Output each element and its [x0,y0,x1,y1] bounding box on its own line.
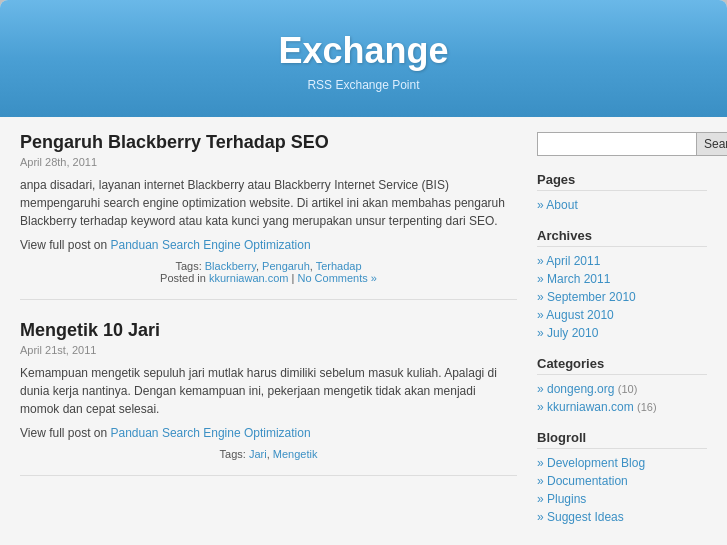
post-title: Pengaruh Blackberry Terhadap SEO [20,132,517,153]
search-input[interactable] [537,132,697,156]
archive-link[interactable]: July 2010 [547,326,598,340]
sidebar-pages-title: Pages [537,172,707,191]
sidebar-blogroll-section: Blogroll Development Blog Documentation … [537,430,707,526]
main-layout: Pengaruh Blackberry Terhadap SEO April 2… [0,117,727,545]
category-link[interactable]: kkurniawan.com [547,400,634,414]
view-full-link: View full post on Panduan Search Engine … [20,426,517,440]
search-box: Search [537,132,707,156]
category-count: (16) [637,401,657,413]
list-item: July 2010 [537,324,707,342]
post-body: Kemampuan mengetik sepuluh jari mutlak h… [20,364,517,418]
archive-link[interactable]: March 2011 [547,272,610,286]
tag-link[interactable]: Blackberry [205,260,256,272]
categories-list: dongeng.org (10) kkurniawan.com (16) [537,380,707,416]
pages-list: About [537,196,707,214]
sidebar-archives-section: Archives April 2011 March 2011 September… [537,228,707,342]
sidebar-blogroll-title: Blogroll [537,430,707,449]
category-count: (10) [618,383,638,395]
archive-link[interactable]: August 2010 [546,308,613,322]
sidebar-categories-title: Categories [537,356,707,375]
sidebar: Search Pages About Archives April 2011 M… [537,132,707,540]
list-item: Suggest Ideas [537,508,707,526]
full-post-link[interactable]: Panduan Search Engine Optimization [111,238,311,252]
list-item: March 2011 [537,270,707,288]
list-item: September 2010 [537,288,707,306]
archive-link[interactable]: April 2011 [546,254,600,268]
post-date: April 21st, 2011 [20,344,517,356]
blogroll-link[interactable]: Documentation [547,474,628,488]
blogroll-link[interactable]: Plugins [547,492,586,506]
blogroll-link[interactable]: Suggest Ideas [547,510,624,524]
list-item: dongeng.org (10) [537,380,707,398]
list-item: About [537,196,707,214]
search-button[interactable]: Search [697,132,727,156]
sidebar-categories-section: Categories dongeng.org (10) kkurniawan.c… [537,356,707,416]
list-item: April 2011 [537,252,707,270]
list-item: kkurniawan.com (16) [537,398,707,416]
list-item: Development Blog [537,454,707,472]
list-item: Documentation [537,472,707,490]
full-post-link[interactable]: Panduan Search Engine Optimization [111,426,311,440]
comments-link[interactable]: No Comments » [297,272,376,284]
tag-link[interactable]: Pengaruh [262,260,310,272]
post-item: Mengetik 10 Jari April 21st, 2011 Kemamp… [20,320,517,476]
blogroll-list: Development Blog Documentation Plugins S… [537,454,707,526]
post-title: Mengetik 10 Jari [20,320,517,341]
tag-link[interactable]: Terhadap [316,260,362,272]
site-subtitle: RSS Exchange Point [20,78,707,92]
site-title: Exchange [20,30,707,72]
post-meta: Tags: Blackberry, Pengaruh, Terhadap Pos… [20,260,517,284]
post-body: anpa disadari, layanan internet Blackber… [20,176,517,230]
pages-link[interactable]: About [546,198,577,212]
content-area: Pengaruh Blackberry Terhadap SEO April 2… [20,132,517,540]
tag-link[interactable]: Jari [249,448,267,460]
post-date: April 28th, 2011 [20,156,517,168]
list-item: August 2010 [537,306,707,324]
sidebar-archives-title: Archives [537,228,707,247]
category-link[interactable]: dongeng.org [547,382,614,396]
view-full-link: View full post on Panduan Search Engine … [20,238,517,252]
sidebar-pages-section: Pages About [537,172,707,214]
blogroll-link[interactable]: Development Blog [547,456,645,470]
category-link[interactable]: kkurniawan.com [209,272,288,284]
archive-link[interactable]: September 2010 [547,290,636,304]
list-item: Plugins [537,490,707,508]
tag-link[interactable]: Mengetik [273,448,318,460]
archives-list: April 2011 March 2011 September 2010 Aug… [537,252,707,342]
post-meta: Tags: Jari, Mengetik [20,448,517,460]
post-item: Pengaruh Blackberry Terhadap SEO April 2… [20,132,517,300]
site-header: Exchange RSS Exchange Point [0,0,727,117]
